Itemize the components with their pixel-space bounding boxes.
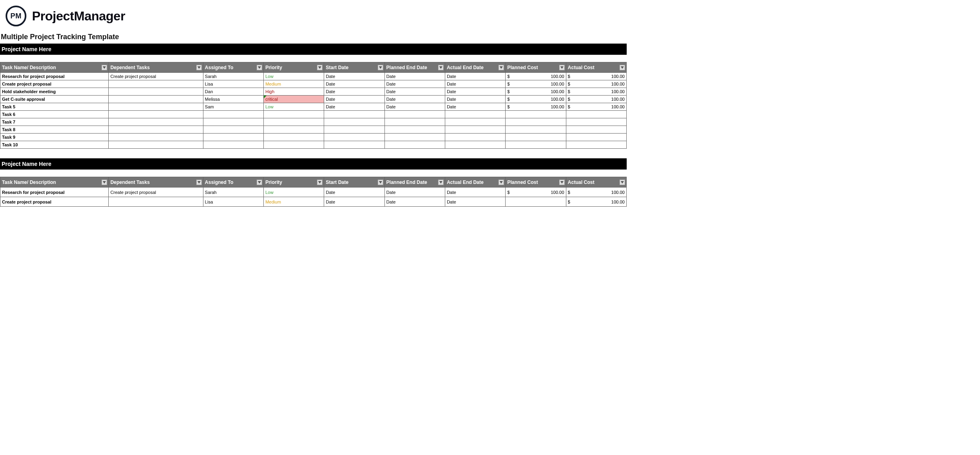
cell-dependent[interactable]: Create project proposal: [109, 188, 203, 197]
cell-planned-cost[interactable]: $100.00: [506, 188, 566, 197]
cell-planned-end[interactable]: [384, 141, 445, 149]
cell-start[interactable]: [324, 126, 384, 134]
cell-dependent[interactable]: [109, 88, 203, 96]
cell-start[interactable]: Date: [324, 103, 384, 111]
cell-start[interactable]: Date: [324, 80, 384, 88]
cell-assigned[interactable]: Melissa: [203, 96, 263, 103]
col-planned-cost-header[interactable]: Planned Cost: [506, 62, 566, 73]
col-planned-end-filter-icon[interactable]: [438, 180, 444, 185]
cell-actual-end[interactable]: Date: [445, 188, 505, 197]
cell-priority[interactable]: [263, 126, 324, 134]
col-assigned-header[interactable]: Assigned To: [203, 62, 263, 73]
cell-priority[interactable]: [263, 134, 324, 141]
cell-start[interactable]: Date: [324, 96, 384, 103]
cell-planned-cost[interactable]: [506, 134, 566, 141]
cell-actual-cost[interactable]: $100.00: [566, 73, 626, 80]
cell-actual-cost[interactable]: [566, 118, 626, 126]
cell-assigned[interactable]: Sarah: [203, 73, 263, 80]
cell-assigned[interactable]: [203, 126, 263, 134]
cell-planned-cost[interactable]: [506, 197, 566, 207]
cell-actual-cost[interactable]: [566, 111, 626, 118]
cell-planned-end[interactable]: [384, 134, 445, 141]
cell-dependent[interactable]: [109, 126, 203, 134]
cell-start[interactable]: [324, 134, 384, 141]
cell-dependent[interactable]: [109, 134, 203, 141]
cell-start[interactable]: Date: [324, 73, 384, 80]
cell-task[interactable]: Create project proposal: [0, 197, 109, 207]
cell-priority[interactable]: [263, 141, 324, 149]
cell-dependent[interactable]: [109, 96, 203, 103]
cell-task[interactable]: Research for project proposal: [0, 73, 109, 80]
cell-planned-end[interactable]: Date: [384, 188, 445, 197]
col-priority-header[interactable]: Priority: [263, 177, 324, 188]
cell-planned-cost[interactable]: $100.00: [506, 80, 566, 88]
cell-actual-end[interactable]: Date: [445, 96, 505, 103]
cell-assigned[interactable]: Sam: [203, 103, 263, 111]
cell-actual-end[interactable]: Date: [445, 80, 505, 88]
cell-planned-end[interactable]: [384, 126, 445, 134]
cell-actual-end[interactable]: Date: [445, 103, 505, 111]
col-planned-end-header[interactable]: Planned End Date: [384, 62, 445, 73]
cell-actual-cost[interactable]: [566, 126, 626, 134]
cell-actual-cost[interactable]: $100.00: [566, 197, 626, 207]
col-priority-filter-icon[interactable]: [317, 180, 323, 185]
cell-priority[interactable]: Low: [263, 103, 324, 111]
cell-dependent[interactable]: [109, 141, 203, 149]
cell-start[interactable]: [324, 141, 384, 149]
cell-dependent[interactable]: [109, 197, 203, 207]
cell-task[interactable]: Research for project proposal: [0, 188, 109, 197]
cell-assigned[interactable]: Dan: [203, 88, 263, 96]
cell-planned-cost[interactable]: [506, 141, 566, 149]
col-dependent-filter-icon[interactable]: [196, 65, 202, 70]
cell-actual-end[interactable]: [445, 126, 505, 134]
cell-actual-end[interactable]: Date: [445, 73, 505, 80]
cell-planned-end[interactable]: [384, 111, 445, 118]
cell-actual-cost[interactable]: $100.00: [566, 80, 626, 88]
cell-priority[interactable]: Low: [263, 73, 324, 80]
cell-actual-end[interactable]: [445, 118, 505, 126]
cell-actual-end[interactable]: Date: [445, 197, 505, 207]
cell-task[interactable]: Task 5: [0, 103, 109, 111]
cell-task[interactable]: Hold stakeholder meeting: [0, 88, 109, 96]
cell-dependent[interactable]: [109, 80, 203, 88]
cell-planned-cost[interactable]: [506, 118, 566, 126]
col-actual-cost-filter-icon[interactable]: [619, 180, 625, 185]
col-planned-end-header[interactable]: Planned End Date: [384, 177, 445, 188]
cell-task[interactable]: Get C-suite approval: [0, 96, 109, 103]
cell-actual-cost[interactable]: $100.00: [566, 103, 626, 111]
cell-actual-cost[interactable]: $100.00: [566, 188, 626, 197]
cell-planned-end[interactable]: Date: [384, 103, 445, 111]
cell-planned-cost[interactable]: [506, 111, 566, 118]
cell-planned-end[interactable]: Date: [384, 73, 445, 80]
col-start-filter-icon[interactable]: [378, 65, 383, 70]
cell-start[interactable]: Date: [324, 88, 384, 96]
cell-task[interactable]: Task 10: [0, 141, 109, 149]
cell-assigned[interactable]: Lisa: [203, 80, 263, 88]
cell-actual-cost[interactable]: $100.00: [566, 96, 626, 103]
cell-planned-end[interactable]: [384, 118, 445, 126]
cell-priority[interactable]: High: [263, 88, 324, 96]
cell-planned-end[interactable]: Date: [384, 88, 445, 96]
cell-task[interactable]: Task 9: [0, 134, 109, 141]
col-start-header[interactable]: Start Date: [324, 62, 384, 73]
cell-start[interactable]: Date: [324, 188, 384, 197]
cell-planned-cost[interactable]: $100.00: [506, 88, 566, 96]
cell-assigned[interactable]: Sarah: [203, 188, 263, 197]
col-actual-cost-filter-icon[interactable]: [619, 65, 625, 70]
cell-planned-cost[interactable]: [506, 126, 566, 134]
col-planned-end-filter-icon[interactable]: [438, 65, 444, 70]
cell-assigned[interactable]: [203, 111, 263, 118]
col-actual-end-filter-icon[interactable]: [498, 180, 504, 185]
cell-actual-end[interactable]: [445, 141, 505, 149]
cell-task[interactable]: Create project proposal: [0, 80, 109, 88]
cell-planned-cost[interactable]: $100.00: [506, 103, 566, 111]
col-planned-cost-filter-icon[interactable]: [559, 65, 565, 70]
cell-dependent[interactable]: [109, 103, 203, 111]
col-assigned-filter-icon[interactable]: [257, 65, 262, 70]
col-dependent-header[interactable]: Dependent Tasks: [109, 177, 203, 188]
cell-priority[interactable]: critical: [263, 96, 324, 103]
col-actual-end-header[interactable]: Actual End Date: [445, 177, 505, 188]
cell-dependent[interactable]: Create project proposal: [109, 73, 203, 80]
col-planned-cost-header[interactable]: Planned Cost: [506, 177, 566, 188]
col-actual-end-filter-icon[interactable]: [498, 65, 504, 70]
